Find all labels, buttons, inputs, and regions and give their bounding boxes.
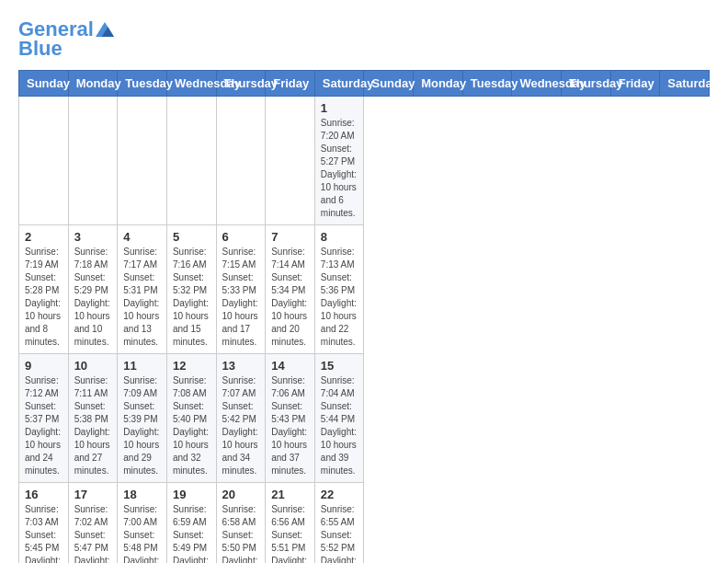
day-number: 20 xyxy=(222,488,260,501)
calendar-cell: 8Sunrise: 7:13 AM Sunset: 5:36 PM Daylig… xyxy=(314,225,364,354)
calendar-table: SundayMondayTuesdayWednesdayThursdayFrid… xyxy=(18,70,710,563)
header-monday: Monday xyxy=(68,71,118,97)
day-info: Sunrise: 6:56 AM Sunset: 5:51 PM Dayligh… xyxy=(271,503,309,563)
day-number: 18 xyxy=(123,488,161,501)
day-number: 1 xyxy=(321,101,358,115)
calendar-cell xyxy=(266,97,315,225)
header-tuesday: Tuesday xyxy=(462,71,512,97)
day-info: Sunrise: 7:14 AM Sunset: 5:34 PM Dayligh… xyxy=(271,246,309,349)
header-saturday: Saturday xyxy=(314,71,364,97)
calendar-week-1: 2Sunrise: 7:19 AM Sunset: 5:28 PM Daylig… xyxy=(19,225,710,354)
header-friday: Friday xyxy=(266,71,315,97)
day-info: Sunrise: 7:08 AM Sunset: 5:40 PM Dayligh… xyxy=(173,374,210,477)
page-header: General Blue xyxy=(18,18,710,61)
calendar-cell: 9Sunrise: 7:12 AM Sunset: 5:37 PM Daylig… xyxy=(19,354,69,483)
day-number: 5 xyxy=(173,230,210,244)
day-info: Sunrise: 7:18 AM Sunset: 5:29 PM Dayligh… xyxy=(74,246,112,349)
day-info: Sunrise: 6:59 AM Sunset: 5:49 PM Dayligh… xyxy=(173,503,210,563)
day-info: Sunrise: 7:11 AM Sunset: 5:38 PM Dayligh… xyxy=(74,374,112,477)
day-info: Sunrise: 7:19 AM Sunset: 5:28 PM Dayligh… xyxy=(25,246,63,349)
day-number: 8 xyxy=(321,230,358,244)
calendar-cell: 6Sunrise: 7:15 AM Sunset: 5:33 PM Daylig… xyxy=(216,225,266,354)
header-thursday: Thursday xyxy=(216,71,266,97)
calendar-cell: 12Sunrise: 7:08 AM Sunset: 5:40 PM Dayli… xyxy=(166,354,216,483)
day-info: Sunrise: 7:12 AM Sunset: 5:37 PM Dayligh… xyxy=(25,374,63,477)
day-number: 10 xyxy=(74,359,112,373)
header-saturday: Saturday xyxy=(660,71,710,97)
day-number: 9 xyxy=(25,359,63,373)
calendar-cell xyxy=(166,97,216,225)
calendar-week-2: 9Sunrise: 7:12 AM Sunset: 5:37 PM Daylig… xyxy=(19,354,710,483)
calendar-cell: 13Sunrise: 7:07 AM Sunset: 5:42 PM Dayli… xyxy=(216,354,266,483)
calendar-cell: 2Sunrise: 7:19 AM Sunset: 5:28 PM Daylig… xyxy=(19,225,69,354)
calendar-cell: 10Sunrise: 7:11 AM Sunset: 5:38 PM Dayli… xyxy=(68,354,118,483)
day-number: 12 xyxy=(173,359,210,373)
header-sunday: Sunday xyxy=(19,71,69,97)
day-info: Sunrise: 7:00 AM Sunset: 5:48 PM Dayligh… xyxy=(123,503,161,563)
calendar-cell: 18Sunrise: 7:00 AM Sunset: 5:48 PM Dayli… xyxy=(118,483,167,563)
header-thursday: Thursday xyxy=(562,71,611,97)
day-info: Sunrise: 7:16 AM Sunset: 5:32 PM Dayligh… xyxy=(173,246,210,349)
calendar-header-row: SundayMondayTuesdayWednesdayThursdayFrid… xyxy=(19,71,710,97)
day-info: Sunrise: 7:09 AM Sunset: 5:39 PM Dayligh… xyxy=(123,374,161,477)
calendar-cell: 17Sunrise: 7:02 AM Sunset: 5:47 PM Dayli… xyxy=(68,483,118,563)
day-number: 4 xyxy=(123,230,161,244)
day-number: 14 xyxy=(271,359,309,373)
logo-icon xyxy=(96,20,114,39)
day-info: Sunrise: 7:06 AM Sunset: 5:43 PM Dayligh… xyxy=(271,374,309,477)
day-number: 3 xyxy=(74,230,112,244)
day-info: Sunrise: 7:20 AM Sunset: 5:27 PM Dayligh… xyxy=(321,117,358,220)
day-number: 7 xyxy=(271,230,309,244)
calendar-week-0: 1Sunrise: 7:20 AM Sunset: 5:27 PM Daylig… xyxy=(19,97,710,225)
header-friday: Friday xyxy=(610,71,660,97)
calendar-cell xyxy=(216,97,266,225)
day-info: Sunrise: 7:17 AM Sunset: 5:31 PM Dayligh… xyxy=(123,246,161,349)
calendar-cell: 4Sunrise: 7:17 AM Sunset: 5:31 PM Daylig… xyxy=(118,225,167,354)
day-info: Sunrise: 7:15 AM Sunset: 5:33 PM Dayligh… xyxy=(222,246,260,349)
calendar-cell xyxy=(118,97,167,225)
day-number: 19 xyxy=(173,488,210,501)
logo: General Blue xyxy=(18,18,114,61)
day-info: Sunrise: 7:07 AM Sunset: 5:42 PM Dayligh… xyxy=(222,374,260,477)
calendar-cell: 7Sunrise: 7:14 AM Sunset: 5:34 PM Daylig… xyxy=(266,225,315,354)
day-number: 2 xyxy=(25,230,63,244)
day-number: 6 xyxy=(222,230,260,244)
calendar-cell: 1Sunrise: 7:20 AM Sunset: 5:27 PM Daylig… xyxy=(314,97,364,225)
header-wednesday: Wednesday xyxy=(512,71,562,97)
calendar-cell: 16Sunrise: 7:03 AM Sunset: 5:45 PM Dayli… xyxy=(19,483,69,563)
calendar-cell: 5Sunrise: 7:16 AM Sunset: 5:32 PM Daylig… xyxy=(166,225,216,354)
header-tuesday: Tuesday xyxy=(118,71,167,97)
calendar-cell: 19Sunrise: 6:59 AM Sunset: 5:49 PM Dayli… xyxy=(166,483,216,563)
day-number: 17 xyxy=(74,488,112,501)
calendar-cell: 3Sunrise: 7:18 AM Sunset: 5:29 PM Daylig… xyxy=(68,225,118,354)
calendar-cell xyxy=(19,97,69,225)
calendar-cell: 15Sunrise: 7:04 AM Sunset: 5:44 PM Dayli… xyxy=(314,354,364,483)
calendar-cell xyxy=(68,97,118,225)
calendar-cell: 22Sunrise: 6:55 AM Sunset: 5:52 PM Dayli… xyxy=(314,483,364,563)
header-sunday: Sunday xyxy=(364,71,414,97)
calendar-week-3: 16Sunrise: 7:03 AM Sunset: 5:45 PM Dayli… xyxy=(19,483,710,563)
day-number: 22 xyxy=(321,488,358,501)
calendar-cell: 20Sunrise: 6:58 AM Sunset: 5:50 PM Dayli… xyxy=(216,483,266,563)
calendar-cell: 21Sunrise: 6:56 AM Sunset: 5:51 PM Dayli… xyxy=(266,483,315,563)
day-info: Sunrise: 7:13 AM Sunset: 5:36 PM Dayligh… xyxy=(321,246,358,349)
day-info: Sunrise: 7:03 AM Sunset: 5:45 PM Dayligh… xyxy=(25,503,63,563)
header-monday: Monday xyxy=(414,71,463,97)
day-number: 16 xyxy=(25,488,63,501)
day-info: Sunrise: 7:02 AM Sunset: 5:47 PM Dayligh… xyxy=(74,503,112,563)
calendar-cell: 14Sunrise: 7:06 AM Sunset: 5:43 PM Dayli… xyxy=(266,354,315,483)
day-number: 11 xyxy=(123,359,161,373)
day-number: 13 xyxy=(222,359,260,373)
day-info: Sunrise: 7:04 AM Sunset: 5:44 PM Dayligh… xyxy=(321,374,358,477)
day-number: 15 xyxy=(321,359,358,373)
calendar-cell: 11Sunrise: 7:09 AM Sunset: 5:39 PM Dayli… xyxy=(118,354,167,483)
day-number: 21 xyxy=(271,488,309,501)
header-wednesday: Wednesday xyxy=(166,71,216,97)
day-info: Sunrise: 6:58 AM Sunset: 5:50 PM Dayligh… xyxy=(222,503,260,563)
day-info: Sunrise: 6:55 AM Sunset: 5:52 PM Dayligh… xyxy=(321,503,358,563)
